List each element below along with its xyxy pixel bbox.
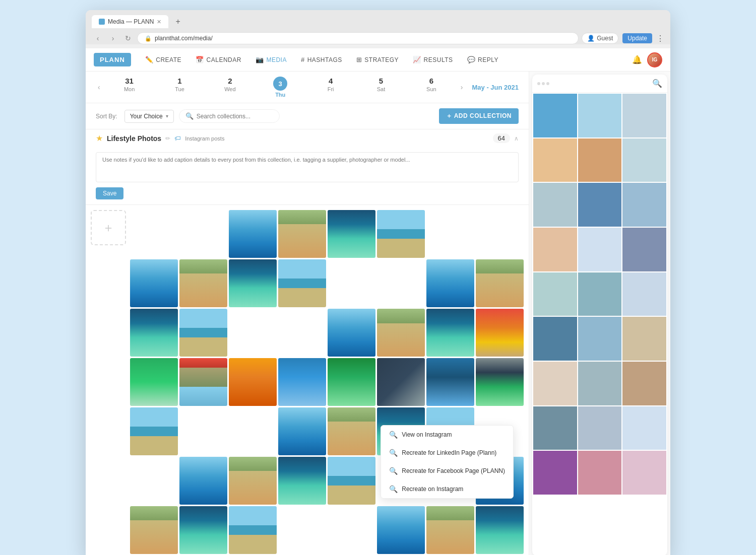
media-thumb[interactable]	[179, 358, 227, 406]
ig-thumb[interactable]	[533, 406, 577, 450]
ig-thumb[interactable]	[622, 406, 666, 450]
media-thumb[interactable]	[328, 309, 375, 357]
edit-icon[interactable]: ✏	[165, 135, 170, 142]
notes-textarea[interactable]	[96, 152, 519, 182]
media-thumb[interactable]	[229, 506, 277, 554]
guest-btn[interactable]: 👤 Guest	[582, 33, 618, 44]
ig-thumb[interactable]	[578, 138, 622, 182]
media-thumb[interactable]	[328, 407, 375, 455]
ig-thumb[interactable]	[533, 228, 577, 271]
media-thumb[interactable]	[229, 210, 277, 258]
media-thumb[interactable]	[476, 309, 524, 357]
media-thumb[interactable]	[328, 506, 375, 554]
ig-thumb[interactable]	[622, 317, 666, 361]
add-media-btn[interactable]: ＋	[91, 210, 126, 245]
media-thumb[interactable]	[130, 309, 178, 357]
ig-thumb[interactable]	[622, 94, 666, 137]
media-thumb[interactable]	[377, 358, 425, 406]
media-thumb[interactable]	[130, 506, 178, 554]
cal-next-btn[interactable]: ›	[459, 81, 465, 93]
address-bar[interactable]: 🔒 plannthat.com/media/	[137, 32, 579, 44]
search-input[interactable]	[197, 113, 272, 120]
media-thumb[interactable]	[229, 407, 277, 455]
save-btn[interactable]: Save	[96, 187, 123, 199]
media-thumb[interactable]	[278, 309, 326, 357]
nav-results[interactable]: 📈 RESULTS	[407, 53, 459, 66]
back-btn[interactable]: ‹	[92, 32, 104, 44]
media-thumb[interactable]	[476, 210, 524, 258]
media-thumb[interactable]	[377, 259, 425, 307]
media-thumb[interactable]	[278, 358, 326, 406]
collapse-icon[interactable]: ∧	[514, 135, 519, 142]
new-tab-btn[interactable]: +	[171, 15, 184, 28]
media-thumb[interactable]	[377, 506, 425, 554]
ig-thumb[interactable]	[622, 451, 666, 495]
add-collection-btn[interactable]: ＋ ADD COLLECTION	[439, 108, 519, 124]
media-thumb[interactable]	[476, 506, 524, 554]
sort-select[interactable]: Your Choice ▾	[124, 110, 174, 123]
media-thumb[interactable]	[278, 210, 326, 258]
media-thumb[interactable]	[229, 358, 277, 406]
media-thumb[interactable]	[278, 407, 326, 455]
media-thumb[interactable]	[179, 506, 227, 554]
media-thumb[interactable]	[130, 457, 178, 505]
forward-btn[interactable]: ›	[107, 32, 119, 44]
ig-thumb[interactable]	[622, 362, 666, 405]
nav-media[interactable]: 📷 MEDIA	[249, 53, 293, 66]
ig-thumb[interactable]	[578, 272, 622, 316]
tab-close-btn[interactable]: ✕	[157, 19, 161, 25]
ig-thumb[interactable]	[578, 183, 622, 227]
media-thumb[interactable]	[130, 259, 178, 307]
media-thumb[interactable]	[278, 506, 326, 554]
ig-thumb[interactable]	[533, 451, 577, 495]
nav-create[interactable]: ✏️ CREATE	[139, 53, 187, 66]
media-thumb[interactable]	[130, 407, 178, 455]
media-thumb[interactable]	[328, 259, 375, 307]
ig-thumb[interactable]	[578, 362, 622, 405]
user-avatar[interactable]: IG	[647, 52, 662, 67]
nav-calendar[interactable]: 📅 CALENDAR	[190, 53, 247, 66]
context-view-instagram[interactable]: 🔍 View on Instagram	[381, 426, 513, 444]
media-thumb[interactable]	[179, 259, 227, 307]
browser-menu-icon[interactable]: ⋮	[656, 34, 664, 43]
ig-thumb[interactable]	[622, 138, 666, 182]
ig-thumb[interactable]	[533, 94, 577, 137]
ig-thumb[interactable]	[622, 272, 666, 316]
media-thumb[interactable]	[229, 259, 277, 307]
media-thumb[interactable]	[130, 210, 178, 258]
context-recreate-linkedin[interactable]: 🔍 Recreate for LinkedIn Page (Plann)	[381, 444, 513, 462]
media-thumb[interactable]	[130, 358, 178, 406]
ig-thumb[interactable]	[533, 317, 577, 361]
media-thumb[interactable]	[377, 210, 425, 258]
notifications-icon[interactable]: 🔔	[632, 55, 642, 64]
tag-icon[interactable]: 🏷	[174, 134, 181, 142]
ig-thumb[interactable]	[533, 362, 577, 405]
reload-btn[interactable]: ↻	[122, 32, 134, 44]
browser-tab[interactable]: Media — PLANN ✕	[92, 15, 168, 28]
ig-thumb[interactable]	[578, 317, 622, 361]
ig-thumb[interactable]	[533, 183, 577, 227]
ig-thumb[interactable]	[578, 94, 622, 137]
media-thumb[interactable]	[426, 210, 474, 258]
ig-thumb[interactable]	[578, 228, 622, 271]
media-thumb[interactable]	[426, 259, 474, 307]
cal-prev-btn[interactable]: ‹	[96, 81, 102, 93]
media-thumb[interactable]	[328, 210, 375, 258]
media-thumb[interactable]	[328, 457, 375, 505]
ig-thumb[interactable]	[578, 451, 622, 495]
media-thumb[interactable]	[229, 309, 277, 357]
media-thumb[interactable]	[278, 457, 326, 505]
media-thumb[interactable]	[179, 309, 227, 357]
context-recreate-instagram[interactable]: 🔍 Recreate on Instagram	[381, 480, 513, 498]
media-thumb[interactable]	[426, 309, 474, 357]
media-thumb[interactable]	[278, 259, 326, 307]
panel-search-icon[interactable]: 🔍	[652, 79, 662, 88]
nav-hashtags[interactable]: # HASHTAGS	[295, 53, 348, 66]
media-thumb[interactable]	[179, 210, 227, 258]
search-box[interactable]: 🔍	[179, 109, 280, 123]
ig-thumb[interactable]	[622, 183, 666, 227]
nav-reply[interactable]: 💬 REPLY	[461, 53, 505, 66]
ig-thumb[interactable]	[533, 138, 577, 182]
media-thumb[interactable]	[476, 259, 524, 307]
ig-thumb[interactable]	[622, 228, 666, 271]
